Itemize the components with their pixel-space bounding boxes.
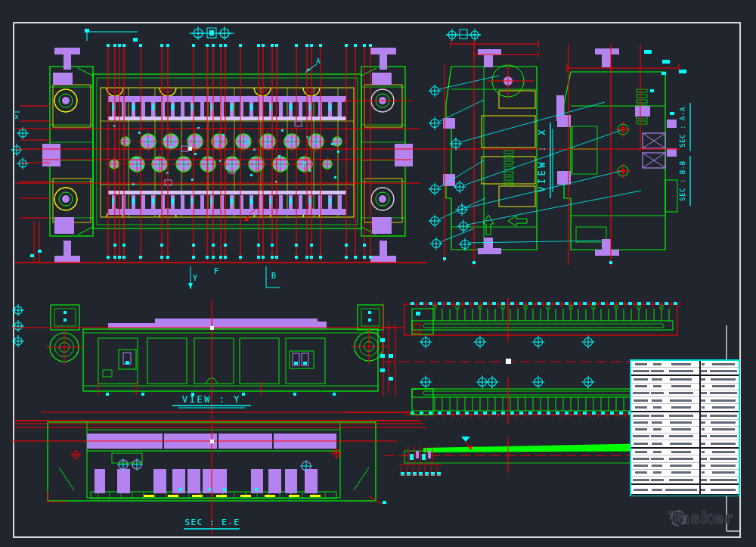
bom-cell (631, 397, 650, 403)
marker-xbar: x (15, 113, 19, 120)
bom-cell (631, 361, 650, 367)
bom-cell (708, 404, 739, 411)
bom-cell (708, 434, 739, 440)
bom-cell (631, 427, 650, 433)
bom-cell (631, 455, 650, 462)
bom-group (631, 412, 739, 449)
bom-cell (708, 455, 739, 462)
bom-cell (664, 470, 699, 476)
bom-cell (650, 485, 664, 494)
bom-cell (664, 485, 699, 494)
bom-cell (631, 376, 650, 382)
bom-cell (664, 404, 699, 411)
bom-cell (631, 449, 650, 455)
bom-cell (631, 485, 650, 494)
bom-cell (631, 412, 650, 418)
bom-cell (650, 434, 664, 440)
label-view-x: VIEW : X (537, 127, 547, 192)
bom-cell (708, 449, 739, 455)
bom-cell (650, 440, 664, 447)
bom-cell (631, 420, 650, 426)
marker-f: F (214, 267, 218, 275)
bom-column-separator (699, 361, 701, 495)
label-view-y: VIEW : Y (182, 394, 241, 405)
svg-text:T: T (675, 514, 682, 524)
bom-cell (631, 390, 650, 396)
bom-group (631, 449, 739, 485)
bom-row (631, 376, 739, 383)
bom-cell (650, 427, 664, 433)
section-a-a-b-b (450, 44, 687, 266)
label-sec-ee: SEC : E-E (184, 517, 240, 527)
bom-cell (708, 397, 739, 403)
bom-cell (708, 390, 739, 396)
bom-row (631, 463, 739, 470)
bom-cell (631, 470, 650, 476)
bom-row (631, 449, 739, 455)
bom-cell (650, 463, 664, 469)
bom-cell (664, 368, 699, 375)
bom-cell (650, 376, 664, 382)
bom-row (631, 384, 739, 390)
bom-cell (631, 463, 650, 469)
bom-group (631, 485, 739, 496)
bom-cell (650, 477, 664, 483)
bom-row (631, 368, 739, 375)
bom-cell (708, 412, 739, 418)
bom-row (631, 404, 739, 411)
bom-cell (708, 477, 739, 483)
bom-cell (708, 361, 739, 367)
bom-cell (631, 434, 650, 440)
bom-cell (650, 449, 664, 455)
bom-cell (664, 376, 699, 382)
bom-cell (708, 376, 739, 382)
bom-row (631, 477, 739, 483)
bom-cell (664, 390, 699, 396)
bom-cell (631, 477, 650, 483)
bom-cell (664, 397, 699, 403)
bom-cell (664, 412, 699, 418)
bom-table (630, 359, 740, 496)
bom-cell (650, 361, 664, 367)
bom-row (631, 420, 739, 427)
bom-row (631, 440, 739, 447)
bom-cell (650, 390, 664, 396)
plan-view (11, 26, 427, 427)
watermark-logo: T (668, 508, 688, 528)
bom-cell (664, 384, 699, 390)
watermark: T Tasker (668, 508, 733, 527)
bom-cell (664, 420, 699, 426)
bom-cell (664, 455, 699, 462)
bom-cell (664, 434, 699, 440)
bom-cell (664, 463, 699, 469)
bom-cell (650, 455, 664, 462)
bom-cell (650, 404, 664, 411)
cad-sheet: VIEW : Y SEC : E-E VIEW : X SEC : A-A SE… (0, 0, 756, 547)
bom-cell (664, 477, 699, 483)
bom-row (631, 390, 739, 397)
bom-group (631, 361, 739, 376)
bom-cell (650, 412, 664, 418)
bom-cell (650, 368, 664, 375)
label-sec-bb: SEC : B-B (679, 160, 686, 200)
bom-cell (708, 485, 739, 494)
section-e-e (11, 415, 397, 534)
bom-row (631, 485, 739, 494)
bom-row (631, 412, 739, 419)
bom-row (631, 397, 739, 404)
bom-cell (650, 384, 664, 390)
marker-b: B (271, 272, 276, 280)
marker-y: Y (193, 274, 197, 282)
marker-a: A (316, 57, 321, 65)
bom-row (631, 361, 739, 368)
bom-cell (664, 427, 699, 433)
bom-cell (650, 397, 664, 403)
bom-cell (708, 368, 739, 375)
bom-cell (650, 470, 664, 476)
bom-cell (631, 440, 650, 447)
bom-cell (650, 420, 664, 426)
bom-row (631, 470, 739, 477)
bom-cell (664, 361, 699, 367)
bom-cell (664, 449, 699, 455)
bom-cell (708, 384, 739, 390)
